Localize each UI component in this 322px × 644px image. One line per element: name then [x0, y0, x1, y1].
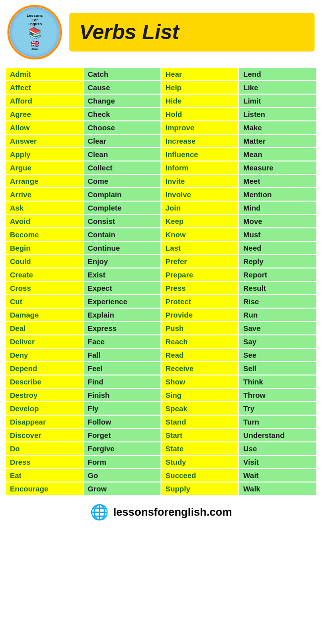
table-cell: Experience	[83, 295, 161, 308]
table-cell: Could	[5, 255, 83, 268]
table-row: ApplyCleanInfluenceMean	[5, 148, 317, 161]
table-row: AffectCauseHelpLike	[5, 81, 317, 94]
table-cell: Wait	[239, 469, 317, 482]
flag-icon: 🇬🇧	[31, 40, 39, 48]
table-cell: Begin	[5, 241, 83, 255]
table-row: AvoidConsistKeepMove	[5, 215, 317, 228]
table-cell: Mind	[239, 201, 317, 215]
logo-url: .Com	[31, 48, 39, 51]
table-cell: Feel	[83, 362, 161, 375]
table-cell: Hold	[161, 107, 239, 121]
table-cell: Make	[239, 121, 317, 134]
table-cell: Clean	[83, 148, 161, 161]
table-cell: Push	[161, 322, 239, 335]
table-cell: Catch	[83, 67, 161, 81]
table-cell: Become	[5, 228, 83, 241]
table-cell: Throw	[239, 388, 317, 402]
table-cell: Must	[239, 228, 317, 241]
table-cell: Mention	[239, 188, 317, 201]
table-cell: Sell	[239, 362, 317, 375]
table-cell: Measure	[239, 161, 317, 174]
table-cell: Need	[239, 241, 317, 255]
table-row: DiscoverForgetStartUnderstand	[5, 429, 317, 442]
table-cell: Do	[5, 442, 83, 455]
table-cell: Face	[83, 335, 161, 348]
page-title: Verbs List	[79, 20, 305, 44]
table-cell: Ask	[5, 201, 83, 215]
table-cell: Grow	[83, 482, 161, 495]
table-cell: Listen	[239, 107, 317, 121]
table-cell: Mean	[239, 148, 317, 161]
table-cell: Say	[239, 335, 317, 348]
table-cell: Complete	[83, 201, 161, 215]
table-row: DescribeFindShowThink	[5, 375, 317, 388]
table-cell: Deny	[5, 348, 83, 362]
table-row: CreateExistPrepareReport	[5, 268, 317, 281]
table-cell: Continue	[83, 241, 161, 255]
header: LessonsForEnglish 📚 🇬🇧 .Com Verbs List	[0, 0, 322, 64]
table-cell: Know	[161, 228, 239, 241]
table-cell: Study	[161, 455, 239, 469]
table-row: DevelopFlySpeakTry	[5, 402, 317, 415]
table-cell: Start	[161, 429, 239, 442]
table-cell: Matter	[239, 134, 317, 148]
table-cell: Finish	[83, 388, 161, 402]
table-cell: Join	[161, 201, 239, 215]
table-cell: Follow	[83, 415, 161, 429]
table-row: AnswerClearIncreaseMatter	[5, 134, 317, 148]
table-cell: Consist	[83, 215, 161, 228]
table-cell: Arrange	[5, 174, 83, 188]
table-row: DeliverFaceReachSay	[5, 335, 317, 348]
table-row: AffordChangeHideLimit	[5, 94, 317, 107]
table-cell: Like	[239, 81, 317, 94]
table-row: AgreeCheckHoldListen	[5, 107, 317, 121]
table-cell: Expect	[83, 281, 161, 295]
table-cell: Press	[161, 281, 239, 295]
table-cell: Choose	[83, 121, 161, 134]
table-cell: Cut	[5, 295, 83, 308]
table-cell: Provide	[161, 308, 239, 322]
table-cell: Walk	[239, 482, 317, 495]
table-container: AdmitCatchHearLendAffectCauseHelpLikeAff…	[0, 64, 322, 498]
table-cell: Contain	[83, 228, 161, 241]
table-cell: Change	[83, 94, 161, 107]
table-cell: Go	[83, 469, 161, 482]
verbs-table: AdmitCatchHearLendAffectCauseHelpLikeAff…	[5, 67, 317, 496]
table-cell: Exist	[83, 268, 161, 281]
table-row: DealExpressPushSave	[5, 322, 317, 335]
table-row: AskCompleteJoinMind	[5, 201, 317, 215]
table-row: DestroyFinishSingThrow	[5, 388, 317, 402]
table-cell: Prefer	[161, 255, 239, 268]
table-cell: Save	[239, 322, 317, 335]
table-cell: Apply	[5, 148, 83, 161]
table-cell: Agree	[5, 107, 83, 121]
table-row: DoForgiveStateUse	[5, 442, 317, 455]
table-row: AdmitCatchHearLend	[5, 67, 317, 81]
table-cell: Sing	[161, 388, 239, 402]
table-cell: Read	[161, 348, 239, 362]
table-cell: Receive	[161, 362, 239, 375]
table-cell: Come	[83, 174, 161, 188]
footer: 🌐 lessonsforenglish.com	[0, 498, 322, 526]
table-cell: Succeed	[161, 469, 239, 482]
table-cell: Report	[239, 268, 317, 281]
table-row: DressFormStudyVisit	[5, 455, 317, 469]
table-cell: Destroy	[5, 388, 83, 402]
table-cell: Reply	[239, 255, 317, 268]
table-cell: Form	[83, 455, 161, 469]
table-cell: Cross	[5, 281, 83, 295]
table-cell: Forgive	[83, 442, 161, 455]
books-icon: 📚	[28, 27, 42, 40]
table-row: BeginContinueLastNeed	[5, 241, 317, 255]
table-cell: Collect	[83, 161, 161, 174]
table-cell: Visit	[239, 455, 317, 469]
table-cell: Increase	[161, 134, 239, 148]
table-cell: Limit	[239, 94, 317, 107]
table-cell: Hear	[161, 67, 239, 81]
table-cell: Keep	[161, 215, 239, 228]
table-cell: Try	[239, 402, 317, 415]
table-cell: Hide	[161, 94, 239, 107]
table-cell: Understand	[239, 429, 317, 442]
table-row: ArgueCollectInformMeasure	[5, 161, 317, 174]
table-cell: Help	[161, 81, 239, 94]
